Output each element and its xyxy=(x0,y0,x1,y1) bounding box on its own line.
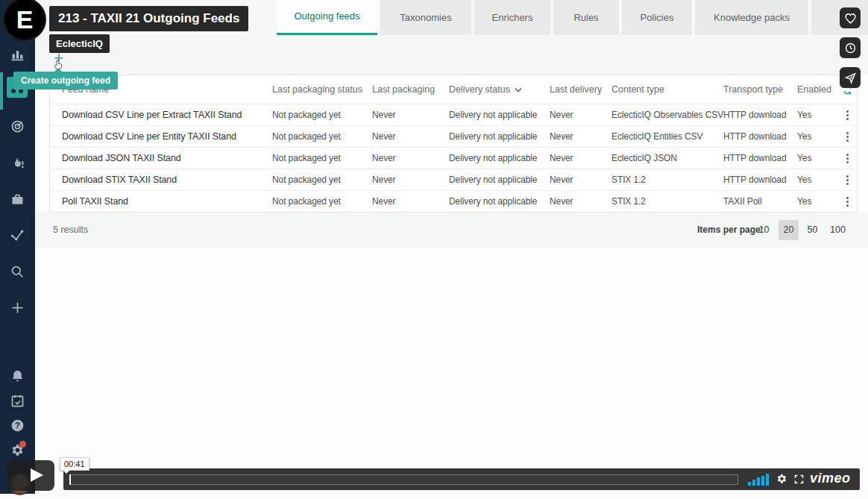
table-row[interactable]: Poll TAXII Stand Not packaged yet Never … xyxy=(50,190,857,212)
col-last-packaging: Last packaging xyxy=(372,84,449,95)
calendar-check-icon[interactable] xyxy=(8,392,27,410)
graph-icon[interactable] xyxy=(8,226,27,245)
chevron-down-icon[interactable] xyxy=(515,84,522,95)
bell-icon[interactable] xyxy=(8,367,27,386)
cell-last-packaging: Never xyxy=(372,110,449,120)
cell-transport-type: HTTP download xyxy=(723,131,797,142)
cell-last-delivery: Never xyxy=(550,175,611,185)
tab-policies[interactable]: Policies xyxy=(622,0,692,35)
bar-chart-icon[interactable] xyxy=(8,45,27,63)
cell-transport-type: HTTP download xyxy=(723,175,797,185)
search-icon[interactable] xyxy=(8,263,27,281)
cell-last-packaging: Never xyxy=(372,175,449,185)
cell-feed-name: Download CSV Line per Entity TAXII Stand xyxy=(62,131,272,142)
active-nav-indicator xyxy=(0,72,3,110)
playhead[interactable] xyxy=(69,474,71,485)
clock-icon xyxy=(844,42,857,54)
page-size-100[interactable]: 100 xyxy=(825,220,850,240)
kebab-menu-icon[interactable] xyxy=(837,110,857,120)
table-row[interactable]: Download STIX TAXII Stand Not packaged y… xyxy=(50,169,857,190)
video-title[interactable]: 213 - TAXII 21 Outgoing Feeds xyxy=(49,6,248,31)
cell-content-type: EclecticIQ Observables CSV xyxy=(611,110,723,120)
tab-taxonomies[interactable]: Taxonomies xyxy=(380,0,471,35)
table-footer: 5 results Items per page: 10 20 50 100 xyxy=(35,212,868,248)
tab-knowledge-packs[interactable]: Knowledge packs xyxy=(695,0,808,35)
cell-enabled: Yes xyxy=(797,131,837,142)
cell-feed-name: Download STIX TAXII Stand xyxy=(62,175,272,185)
cell-last-packaging-status: Not packaged yet xyxy=(272,131,372,142)
table-header-row: Feed name Last packaging status Last pac… xyxy=(50,75,857,104)
cell-last-packaging: Never xyxy=(372,131,449,142)
col-enabled: Enabled xyxy=(797,84,837,95)
cell-enabled: Yes xyxy=(797,110,837,120)
cell-feed-name: Poll TAXII Stand xyxy=(62,196,272,207)
col-last-packaging-status: Last packaging status xyxy=(272,84,372,95)
vimeo-player-frame: Outgoing feeds Taxonomies Enrichers Rule… xyxy=(0,0,868,499)
cell-last-delivery: Never xyxy=(550,196,611,207)
fullscreen-icon[interactable] xyxy=(793,474,805,485)
kebab-menu-icon[interactable] xyxy=(837,154,857,163)
seek-bar[interactable] xyxy=(69,474,738,485)
cell-delivery-status: Delivery not applicable xyxy=(449,175,550,185)
cell-content-type: EclecticIQ JSON xyxy=(611,153,723,163)
cell-enabled: Yes xyxy=(797,196,837,207)
share-button[interactable] xyxy=(840,67,861,88)
flame-alert-icon[interactable] xyxy=(8,154,27,173)
cell-enabled: Yes xyxy=(797,175,837,185)
cell-content-type: STIX 1.2 xyxy=(611,175,723,185)
plus-icon[interactable] xyxy=(8,298,27,317)
like-button[interactable] xyxy=(840,7,861,28)
kebab-menu-icon[interactable] xyxy=(837,175,857,185)
notification-badge xyxy=(19,441,26,448)
vimeo-logo[interactable]: vimeo xyxy=(810,471,851,486)
kebab-menu-icon[interactable] xyxy=(837,197,857,207)
watch-later-button[interactable] xyxy=(840,37,861,58)
cell-last-packaging: Never xyxy=(372,196,449,207)
tab-outgoing-feeds[interactable]: Outgoing feeds xyxy=(277,0,377,35)
results-count: 5 results xyxy=(53,212,88,248)
cell-last-delivery: Never xyxy=(550,153,611,163)
help-icon[interactable]: ? xyxy=(8,416,27,435)
cell-delivery-status: Delivery not applicable xyxy=(449,196,550,207)
page-size-20[interactable]: 20 xyxy=(779,220,799,240)
tab-rules[interactable]: Rules xyxy=(553,0,619,35)
heart-icon xyxy=(846,13,855,22)
cell-last-packaging-status: Not packaged yet xyxy=(272,175,372,185)
col-content-type: Content type xyxy=(611,84,723,95)
cell-enabled: Yes xyxy=(797,153,837,163)
volume-control[interactable] xyxy=(748,474,770,486)
cell-transport-type: TAXII Poll xyxy=(723,196,797,207)
cell-transport-type: HTTP download xyxy=(723,110,797,120)
page-size-10[interactable]: 10 xyxy=(754,220,774,240)
cell-last-delivery: Never xyxy=(550,131,611,142)
col-delivery-status: Delivery status xyxy=(449,84,550,95)
cell-last-packaging-status: Not packaged yet xyxy=(272,153,372,163)
cell-content-type: EclecticIQ Entities CSV xyxy=(611,131,723,142)
cell-feed-name: Download JSON TAXII Stand xyxy=(62,153,272,163)
tab-enrichers[interactable]: Enrichers xyxy=(474,0,550,35)
cell-delivery-status: Delivery not applicable xyxy=(449,153,550,163)
col-delivery-status-label: Delivery status xyxy=(449,84,510,95)
time-tooltip: 00:41 xyxy=(60,457,89,471)
target-icon[interactable] xyxy=(8,117,27,136)
col-last-delivery: Last delivery xyxy=(550,84,611,95)
table-row[interactable]: Download CSV Line per Entity TAXII Stand… xyxy=(50,125,857,147)
kebab-menu-icon[interactable] xyxy=(837,132,857,142)
video-byline[interactable]: EclecticIQ xyxy=(49,34,110,53)
cell-last-packaging-status: Not packaged yet xyxy=(272,110,372,120)
cell-delivery-status: Delivery not applicable xyxy=(449,110,550,120)
create-feed-tooltip: Create outgoing feed xyxy=(13,72,118,90)
play-icon xyxy=(31,468,43,482)
play-button[interactable] xyxy=(7,460,54,491)
briefcase-icon[interactable] xyxy=(8,190,27,209)
table-row[interactable]: Download CSV Line per Extract TAXII Stan… xyxy=(50,104,857,125)
table-row[interactable]: Download JSON TAXII Stand Not packaged y… xyxy=(50,147,857,169)
page-size-50[interactable]: 50 xyxy=(802,220,823,240)
cell-delivery-status: Delivery not applicable xyxy=(449,131,550,142)
hand-cursor-icon xyxy=(52,58,65,71)
cell-last-packaging-status: Not packaged yet xyxy=(272,196,372,207)
cell-last-packaging: Never xyxy=(372,153,449,163)
player-settings-gear-icon[interactable] xyxy=(776,473,788,486)
cell-last-delivery: Never xyxy=(550,110,611,120)
toolbar-band xyxy=(35,35,868,75)
